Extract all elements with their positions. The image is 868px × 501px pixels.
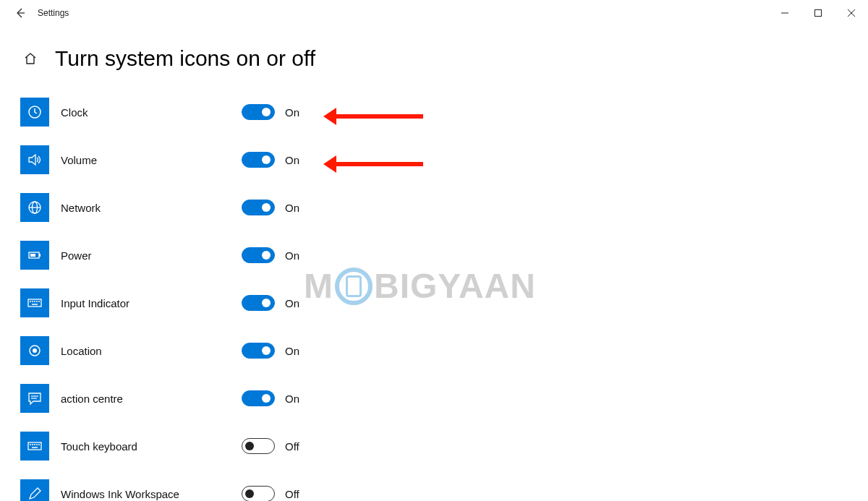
row-label: Location	[49, 345, 242, 357]
row-label: Windows Ink Workspace	[49, 488, 242, 500]
row-label: Touch keyboard	[49, 440, 242, 453]
home-icon[interactable]	[20, 51, 41, 66]
row-touch-keyboard: Touch keyboard Off	[20, 422, 868, 470]
page-title: Turn system icons on or off	[55, 46, 315, 71]
svg-point-20	[33, 348, 37, 353]
row-location: Location On	[20, 327, 868, 374]
minimize-button[interactable]	[768, 0, 801, 26]
window-title: Settings	[35, 8, 768, 18]
toggle-state: On	[275, 345, 299, 357]
toggle-network[interactable]	[242, 200, 275, 215]
toggle-clock[interactable]	[242, 104, 275, 120]
row-label: Input Indicator	[49, 297, 242, 309]
row-label: Clock	[49, 106, 242, 119]
ink-workspace-icon	[20, 479, 49, 501]
toggle-state: On	[275, 154, 299, 166]
svg-rect-11	[30, 254, 35, 257]
power-icon	[20, 241, 49, 270]
network-icon	[20, 193, 49, 222]
svg-rect-23	[28, 442, 41, 450]
toggle-location[interactable]	[242, 343, 275, 359]
action-centre-icon	[20, 384, 49, 413]
maximize-button[interactable]	[801, 0, 835, 26]
close-button[interactable]	[835, 0, 868, 26]
back-button[interactable]	[6, 7, 35, 19]
row-action-centre: action centre On	[20, 374, 868, 422]
toggle-windows-ink[interactable]	[242, 486, 275, 501]
window-titlebar: Settings	[0, 0, 868, 26]
volume-icon	[20, 145, 49, 174]
row-windows-ink: Windows Ink Workspace Off	[20, 470, 868, 501]
row-label: Network	[49, 202, 242, 214]
toggle-state: On	[275, 393, 299, 405]
toggle-state: On	[275, 249, 299, 262]
toggle-state: On	[275, 297, 299, 309]
toggle-input-indicator[interactable]	[242, 295, 275, 311]
toggle-power[interactable]	[242, 247, 275, 263]
row-volume: Volume On	[20, 136, 868, 184]
row-label: action centre	[49, 393, 242, 405]
toggle-action-centre[interactable]	[242, 390, 275, 406]
row-clock: Clock On	[20, 88, 868, 136]
toggle-state: Off	[275, 488, 299, 500]
touch-keyboard-icon	[20, 432, 49, 461]
svg-rect-12	[28, 299, 41, 307]
row-label: Volume	[49, 154, 242, 166]
svg-rect-2	[815, 10, 822, 17]
page-header: Turn system icons on or off	[0, 26, 868, 88]
clock-icon	[20, 98, 49, 127]
window-controls	[768, 0, 868, 26]
row-power: Power On	[20, 231, 868, 279]
toggle-state: On	[275, 106, 299, 119]
toggle-state: Off	[275, 440, 299, 453]
row-input-indicator: Input Indicator On	[20, 279, 868, 327]
row-network: Network On	[20, 184, 868, 231]
svg-rect-10	[39, 254, 41, 257]
row-label: Power	[49, 249, 242, 262]
system-icons-list: Clock On Volume On Network On Power	[0, 88, 868, 501]
toggle-touch-keyboard[interactable]	[242, 438, 275, 454]
keyboard-icon	[20, 288, 49, 317]
toggle-state: On	[275, 202, 299, 214]
toggle-volume[interactable]	[242, 152, 275, 168]
location-icon	[20, 336, 49, 365]
